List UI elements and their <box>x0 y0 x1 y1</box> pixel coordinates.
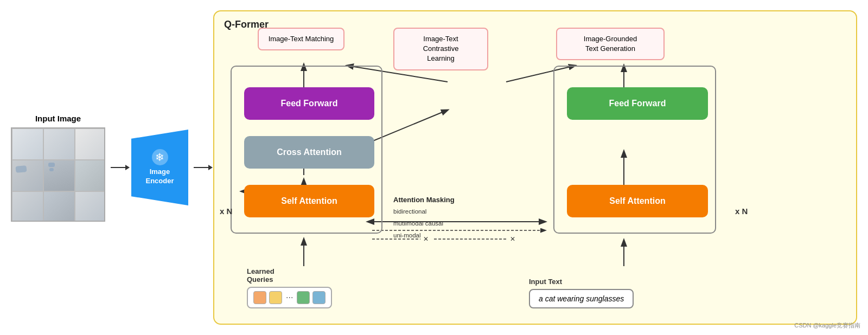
uni-modal-label: uni-modal <box>393 230 540 242</box>
self-attention-left-block: Self Attention <box>244 185 374 217</box>
xn-left: x N <box>220 207 232 216</box>
input-image-section: Input Image <box>11 114 105 222</box>
main-container: Input Image ❄ <box>0 0 868 335</box>
encoder-section: ❄ ImageEncoder <box>131 130 188 205</box>
cat-image-grid <box>11 127 105 222</box>
query-boxes-row: ··· <box>247 287 332 308</box>
self-attention-right-block: Self Attention <box>567 185 708 217</box>
encoder-label: ImageEncoder <box>141 168 178 186</box>
multimodal-causal-label: mutlimodal causal <box>393 218 540 230</box>
image-text-contrastive-box: Image-TextContrastiveLearning <box>393 28 488 70</box>
input-image-label: Input Image <box>35 114 81 123</box>
arrow-to-qformer <box>194 167 209 168</box>
input-text-section: Input Text a cat wearing sunglasses <box>529 278 634 308</box>
image-text-matching-box: Image-Text Matching <box>258 28 344 50</box>
attention-masking-title: Attention Masking <box>393 196 540 204</box>
qformer-box: Q-Former for everyother block <box>213 10 857 325</box>
cross-attention-block: Cross Attention <box>244 136 374 169</box>
arrow-to-encoder <box>111 167 126 168</box>
attention-masking-labels: bidirectional mutlimodal causal uni-moda… <box>393 206 540 242</box>
feed-forward-left-block: Feed Forward <box>244 87 374 120</box>
learned-queries-label: LearnedQueries <box>247 267 332 284</box>
bidirectional-label: bidirectional <box>393 206 540 218</box>
image-grounded-box: Image-GroundedText Generation <box>556 28 665 60</box>
input-text-value: a cat wearing sunglasses <box>529 289 634 308</box>
query-box-2 <box>269 291 282 304</box>
xn-right: x N <box>735 207 748 216</box>
input-text-label: Input Text <box>529 278 634 286</box>
query-box-4 <box>312 291 326 304</box>
svg-line-3 <box>372 110 448 141</box>
learned-queries-section: LearnedQueries ··· <box>247 267 332 308</box>
watermark: CSDN @kaggle竞赛指南 <box>794 321 860 330</box>
snowflake-icon: ❄ <box>152 149 168 165</box>
feed-forward-right-block: Feed Forward <box>567 87 708 120</box>
dots-label: ··· <box>286 293 293 302</box>
query-box-1 <box>253 291 266 304</box>
encoder-shape: ❄ ImageEncoder <box>131 130 188 205</box>
attention-masking-section: Attention Masking bidirectional mutlimod… <box>393 196 540 242</box>
query-box-3 <box>297 291 310 304</box>
